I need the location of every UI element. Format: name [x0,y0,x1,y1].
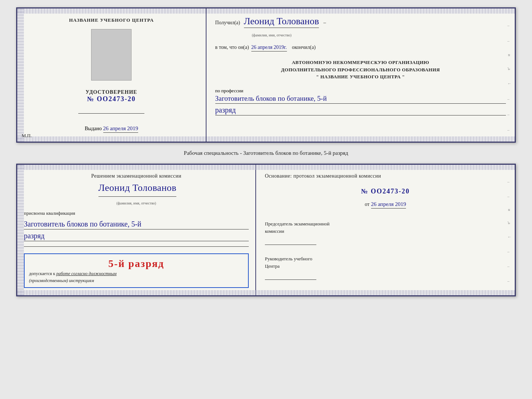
doc2-right-panel: Основание: протокол экзаменационной коми… [256,165,515,295]
rukov-block: Руководитель учебного Центра [265,255,506,280]
vtom-line: в том, что он(а) 26 апреля 2019г. окончи… [215,44,506,51]
poluchil-label: Получил(а) [215,20,240,26]
profession-text-bottom: Заготовитель блоков по ботанике, 5-й [24,220,249,229]
doc1-left-panel: НАЗВАНИЕ УЧЕБНОГО ЦЕНТРА УДОСТОВЕРЕНИЕ №… [17,8,206,142]
profession-block-bottom: Заготовитель блоков по ботанике, 5-й раз… [24,220,249,241]
razryad-line-bottom: разряд [24,232,249,241]
side-mark-6: – [507,97,512,101]
vtom-date: 26 апреля 2019г. [251,44,287,51]
side-mark-b4: ,а [507,221,512,224]
predsedatel-line1: Председатель экзаменационной [265,220,506,228]
resheniem-text: Решением экзаменационной комиссии Леонид… [24,172,249,197]
training-center-label: НАЗВАНИЕ УЧЕБНОГО ЦЕНТРА [69,17,154,23]
side-mark-b1: – [507,179,512,184]
stamp-box: 5-й разряд допускается к работе согласно… [24,253,249,288]
instruk-text: (производственным) инструкциям [29,278,244,284]
rukov-line1: Руководитель учебного [265,255,506,263]
fio-label-bottom: (фамилия, имя, отчество) [24,201,249,205]
fio-label-top: (фамилия, имя, отчество) [252,33,506,37]
razryad-text-bottom: разряд [24,232,44,240]
cert-block: УДОСТОВЕРЕНИЕ № OO2473-20 [86,89,137,103]
side-marks-top: – – и ,а ← – – – [507,23,512,132]
side-mark-1: – [507,23,512,28]
side-mark-b8: – [507,279,512,283]
prisvoena-label: присвоена квалификация [24,210,249,216]
document-card-top: НАЗВАНИЕ УЧЕБНОГО ЦЕНТРА УДОСТОВЕРЕНИЕ №… [16,7,516,143]
rabote-text: работе согласно должностным [56,271,116,276]
side-mark-b2: – [507,194,512,199]
recipient-name: Леонид Толованов [244,16,319,28]
side-mark-7: – [507,112,512,117]
org-block: АВТОНОМНУЮ НЕКОММЕРЧЕСКУЮ ОРГАНИЗАЦИЮ ДО… [215,59,506,81]
vydano-label: Выдано [85,126,102,131]
doc1-right-panel: Получил(а) Леонид Толованов – (фамилия, … [206,8,515,142]
doc2-number: № OO2473-20 [265,188,506,195]
side-mark-5: ← [507,81,512,86]
doc2-left-panel: Решением экзаменационной комиссии Леонид… [17,165,256,295]
razryad-text-top: разряд [215,106,236,114]
side-mark-8: – [507,128,512,132]
vtom-label: в том, что он(а) [215,44,249,50]
cert-number: № OO2473-20 [86,95,137,103]
org-line1: АВТОНОМНУЮ НЕКОММЕРЧЕСКУЮ ОРГАНИЗАЦИЮ [215,59,506,66]
vydano-date: 26 апреля 2019 [103,125,139,133]
underline-sep [24,246,249,247]
doc2-left-binding [17,165,24,295]
okonchil-label: окончил(а) [292,44,316,50]
ot-label: от [365,202,370,207]
side-marks-bottom: – – и ,а ← – – – [507,179,512,283]
vydano-block: Выдано 26 апреля 2019 [85,125,138,133]
predsedatel-line2: комиссии [265,228,506,235]
left-binding [17,8,24,142]
po-professii-label: по профессии [215,88,506,94]
recipient-line: Получил(а) Леонид Толованов – [215,16,506,28]
cert-label: УДОСТОВЕРЕНИЕ [86,89,137,95]
rukov-line2: Центра [265,263,506,270]
ot-date: 26 апреля 2019 [371,201,406,209]
mp-label: М.П. [22,133,32,139]
po-professii-block: по профессии Заготовитель блоков по бота… [215,88,506,115]
specialty-line: Рабочая специальность - Заготовитель бло… [184,149,348,158]
side-mark-b7: – [507,264,512,268]
resheniem-label: Решением экзаменационной комиссии [24,172,249,180]
profession-text-top: Заготовитель блоков по ботанике, 5-й [215,95,506,104]
side-mark-2: – [507,39,512,43]
osnovanie-label: Основание: протокол экзаменационной коми… [265,172,506,180]
dash-after-name: – [323,20,326,26]
stamp-rank: 5-й разряд [29,258,244,270]
document-card-bottom: Решением экзаменационной комиссии Леонид… [16,164,516,296]
side-mark-b5: ← [507,235,512,239]
ot-line: от 26 апреля 2019 [265,201,506,209]
doc2-name: Леонид Толованов [98,180,177,197]
photo-placeholder [91,29,132,81]
predsedatel-signature-line [265,238,316,245]
side-mark-4: ,а [507,67,512,70]
side-mark-b6: – [507,249,512,254]
org-line2: ДОПОЛНИТЕЛЬНОГО ПРОФЕССИОНАЛЬНОГО ОБРАЗО… [215,66,506,74]
org-line3: " НАЗВАНИЕ УЧЕБНОГО ЦЕНТРА " [215,73,506,81]
razryad-line-top: разряд [215,106,506,115]
dopuskaetsya-label: допускается к работе согласно должностны… [29,271,244,277]
predsedatel-block: Председатель экзаменационной комиссии [265,220,506,245]
side-mark-b3: и [507,209,512,211]
side-mark-3: и [507,54,512,56]
rukov-signature-line [265,272,316,280]
